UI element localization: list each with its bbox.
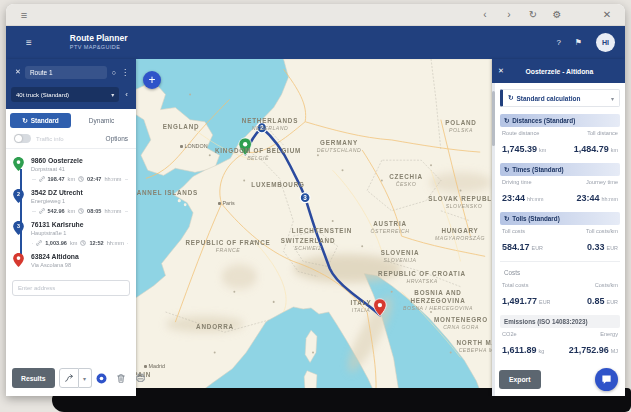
chevron-down-icon: ▾ (611, 95, 614, 102)
metric-label: Driving time (502, 179, 544, 185)
tab-dynamic[interactable]: Dynamic (71, 113, 132, 128)
recalculate-icon[interactable]: ○ (112, 69, 116, 76)
metric-value: 23:44 (502, 193, 525, 203)
stop-address: Energieweg 1 (31, 198, 83, 204)
calculation-selector[interactable]: ↻ Standard calculation ▾ (500, 89, 620, 107)
map-waypoint-karlsruhe[interactable]: 3 (300, 193, 310, 203)
segment-info: 542.96 km 08:05 hh:mm (32, 208, 128, 214)
route-profile-button[interactable] (59, 368, 79, 388)
metric-value: 23:44 (576, 193, 599, 203)
app-title: Route Planner (70, 34, 128, 44)
stop-name: 76131 Karlsruhe (31, 220, 84, 228)
traffic-toggle[interactable] (14, 134, 31, 143)
forward-icon[interactable]: › (501, 9, 517, 20)
route-profile-dropdown[interactable]: ▾ (79, 368, 92, 388)
route-menu-kebab-icon[interactable]: ⋮ (121, 68, 129, 77)
metric-label: Journey time (576, 179, 618, 185)
stop-item-altidona[interactable]: 63824 Altidona Via Ascolana 98 (12, 252, 130, 268)
close-results-icon[interactable]: ✕ (498, 67, 504, 75)
settings-gear-icon[interactable]: ⚙ (549, 9, 565, 20)
svg-text:2: 2 (260, 124, 264, 131)
section-header[interactable]: ↻ Tolls (Standard) (500, 212, 620, 225)
back-icon[interactable]: ‹ (477, 9, 493, 20)
segment-time: 02:47 (87, 176, 101, 182)
zoom-in-button[interactable]: + (143, 71, 161, 89)
stop-address: Via Ascolana 98 (31, 262, 79, 268)
address-input[interactable] (12, 280, 130, 296)
section-header[interactable]: ↻ Times (Standard) (500, 163, 620, 176)
stop-address: Dorpstraat 41 (31, 166, 83, 172)
user-avatar[interactable]: HI (596, 33, 615, 52)
trash-icon (116, 373, 126, 384)
browser-chrome: ≡ ‹ › ↻ ⚙ ✕ (6, 4, 625, 26)
app-subtitle: PTV MAP&GUIDE (70, 44, 128, 50)
metric-unit: EUR (607, 299, 618, 305)
help-icon[interactable]: ? (556, 38, 560, 47)
feedback-chat-button[interactable] (595, 368, 618, 391)
section-header: Emissions (ISO 14083:2023) (500, 315, 620, 328)
results-panel-title: Oosterzele - Altidona (510, 68, 609, 75)
section-emissions: Emissions (ISO 14083:2023) CO2e 1,611.89… (500, 315, 620, 359)
route-sidebar: ✕ Route 1 ○ ⋮ 40t truck (Standard) ▾ ‹ (6, 59, 136, 396)
segment-distance: 542.96 (48, 208, 65, 214)
tab-standard[interactable]: ↻ Standard (10, 113, 71, 128)
language-flag-icon[interactable]: ⚑ (575, 38, 582, 47)
metric-unit: hh:mm (602, 196, 618, 202)
segment-time: 12:52 (89, 240, 103, 246)
section-distances: ↻ Distances (Standard) Route distance 1,… (500, 114, 620, 158)
metric-unit: EUR (607, 245, 618, 251)
vehicle-select-value: 40t truck (Standard) (16, 92, 111, 98)
svg-text:3: 3 (303, 194, 307, 201)
app-menu-icon[interactable]: ≡ (26, 37, 32, 48)
metric-value: 1,484.79 (574, 144, 609, 154)
add-stop-row (12, 276, 130, 296)
tab-standard-label: Standard (31, 117, 59, 124)
metric-value: 1,491.77 (502, 296, 537, 306)
close-window-icon[interactable]: ✕ (599, 9, 615, 20)
metric-unit: km (539, 147, 546, 153)
refresh-icon: ↻ (508, 94, 513, 102)
results-button[interactable]: Results (12, 368, 55, 388)
delete-button[interactable] (116, 373, 126, 384)
segment-info: 198.47 km 02:47 hh:mm (32, 176, 128, 182)
vehicle-select[interactable]: 40t truck (Standard) ▾ (11, 87, 119, 102)
route-name-field[interactable]: Route 1 (25, 66, 107, 79)
collapse-sidebar-icon[interactable]: ‹ (125, 90, 128, 99)
screenshot-stage: ≡ ‹ › ↻ ⚙ ✕ ≡ Route Planner PTV MAP&GUID… (0, 0, 631, 412)
section-title: Costs (504, 269, 520, 276)
stop-item-karlsruhe[interactable]: 3 76131 Karlsruhe Hauptstraße 1 (12, 220, 130, 236)
metric-value: 1,745.39 (502, 144, 537, 154)
metric-value: 21,752.96 (569, 345, 609, 355)
chrome-menu-icon[interactable]: ≡ (16, 9, 32, 21)
metric-label: Energy (569, 331, 618, 337)
metric-label: Toll costs (502, 228, 543, 234)
calculation-tabs: ↻ Standard Dynamic (6, 109, 136, 130)
app-header: ≡ Route Planner PTV MAP&GUIDE ? ⚑ HI (6, 26, 625, 59)
print-button[interactable] (135, 373, 146, 383)
route-timeline (20, 169, 22, 258)
optimize-button[interactable] (96, 373, 107, 384)
options-row: Traffic info Options (6, 130, 136, 149)
segment-distance-unit: km (70, 240, 77, 246)
segment-distance: 198.47 (48, 176, 65, 182)
sidebar-toolbar: Results ▾ (6, 368, 136, 396)
segment-time-unit: hh:mm (104, 176, 121, 182)
link-icon (39, 176, 45, 182)
export-button[interactable]: Export (499, 370, 541, 389)
clock-icon (78, 208, 84, 214)
stop-item-oosterzele[interactable]: 9860 Oosterzele Dorpstraat 41 (12, 156, 130, 172)
segment-distance-unit: km (68, 208, 75, 214)
map-waypoint-utrecht[interactable]: 2 (257, 123, 267, 133)
stop-item-utrecht[interactable]: 2 3542 DZ Utrecht Energieweg 1 (12, 188, 130, 204)
svg-text:3: 3 (17, 223, 20, 229)
refresh-icon: ↻ (504, 117, 509, 124)
end-pin-icon (12, 252, 25, 268)
section-header[interactable]: ↻ Distances (Standard) (500, 114, 620, 127)
options-link[interactable]: Options (106, 135, 128, 142)
close-route-icon[interactable]: ✕ (15, 68, 21, 76)
reload-icon[interactable]: ↻ (525, 9, 541, 20)
segment-distance-unit: km (68, 176, 75, 182)
clock-icon (80, 240, 86, 246)
metric-label: CO2e (502, 331, 544, 337)
europe-map[interactable]: 2 3 + (136, 59, 492, 396)
